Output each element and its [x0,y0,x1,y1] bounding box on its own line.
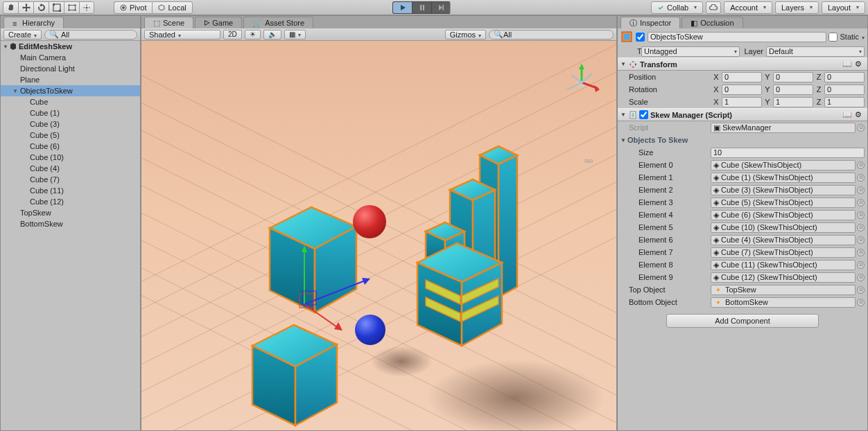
object-picker-button[interactable]: ⊙ [857,186,865,194]
transform-header[interactable]: ▼ Transform 📖⚙ [618,58,867,71]
scene-tab[interactable]: ⬚Scene [144,17,193,28]
position-x-field[interactable]: 0 [722,72,762,82]
pivot-toggle-button[interactable]: Pivot [114,1,152,14]
object-picker-button[interactable]: ⊙ [857,249,865,256]
fold-icon[interactable]: ▼ [620,112,629,118]
hierarchy-item[interactable]: Cube (1) [1,107,140,118]
size-field[interactable]: 10 [711,148,865,158]
hierarchy-item[interactable]: Cube (12) [1,196,140,207]
game-tab[interactable]: ᐅGame [195,17,242,28]
2d-toggle-button[interactable]: 2D [223,30,242,39]
step-button[interactable] [431,1,451,14]
local-toggle-button[interactable]: Local [152,1,192,14]
hierarchy-item[interactable]: Cube (11) [1,185,140,196]
hand-tool-button[interactable] [3,1,18,14]
orientation-gizmo[interactable] [561,62,602,103]
play-button[interactable] [392,1,412,14]
hierarchy-item[interactable]: BottomSkew [1,218,140,229]
audio-toggle-button[interactable]: 🔈 [263,30,281,39]
layout-dropdown[interactable]: Layout [822,1,865,14]
top-object-field[interactable]: 🔸TopSkew [711,285,856,295]
hierarchy-item[interactable]: Cube (10) [1,152,140,163]
scene-root-item[interactable]: ▼EditMeshSkew [1,41,140,52]
gear-icon[interactable]: ⚙ [855,110,862,119]
object-picker-button[interactable]: ⊙ [857,299,865,306]
gear-icon[interactable]: ⚙ [855,60,862,69]
element-field[interactable]: ◈Cube (4) (SkewThisObject) [711,235,856,245]
component-enabled-checkbox[interactable] [639,110,648,119]
layer-dropdown[interactable]: Default [766,46,865,57]
scene-search-input[interactable]: 🔍All [489,30,614,39]
effects-dropdown[interactable]: ▦ [284,30,306,39]
occlusion-tab[interactable]: ◧Occlusion [682,17,743,28]
hierarchy-item[interactable]: ▼ObjectsToSkew [1,85,140,96]
object-picker-button[interactable]: ⊙ [857,224,865,231]
object-picker-button[interactable]: ⊙ [857,286,865,294]
element-field[interactable]: ◈Cube (10) (SkewThisObject) [711,222,856,233]
hierarchy-item[interactable]: Plane [1,74,140,85]
hierarchy-item[interactable]: Cube (6) [1,141,140,152]
bottom-object-field[interactable]: 🔸BottomSkew [711,297,856,308]
element-field[interactable]: ◈Cube (12) (SkewThisObject) [711,272,856,283]
hierarchy-search-input[interactable]: 🔍All [44,30,137,39]
hierarchy-item[interactable]: Main Camera [1,52,140,63]
object-picker-button[interactable]: ⊙ [857,274,865,281]
add-component-button[interactable]: Add Component [666,314,819,328]
gizmos-dropdown[interactable]: Gizmos [445,30,486,39]
fold-icon[interactable]: ▼ [2,44,9,50]
object-picker-button[interactable]: ⊙ [857,211,865,219]
fold-icon[interactable]: ▼ [12,88,19,94]
hierarchy-item[interactable]: Cube [1,96,140,107]
rotation-z-field[interactable]: 0 [824,85,865,95]
scale-z-field[interactable]: 1 [824,97,865,107]
transform-tool-button[interactable] [79,1,94,14]
fold-icon[interactable]: ▼ [620,137,627,143]
object-picker-button[interactable]: ⊙ [857,236,865,244]
object-picker-button[interactable]: ⊙ [857,174,865,182]
tag-dropdown[interactable]: Untagged [641,46,740,57]
object-picker-button[interactable]: ⊙ [857,124,865,132]
scene-viewport[interactable]: Iso [141,41,616,430]
element-field[interactable]: ◈Cube (7) (SkewThisObject) [711,247,856,258]
rotation-x-field[interactable]: 0 [722,85,762,95]
create-dropdown[interactable]: Create [3,30,42,39]
element-field[interactable]: ◈Cube (1) (SkewThisObject) [711,173,856,183]
collab-dropdown[interactable]: Collab [651,1,703,14]
cloud-button[interactable] [706,1,721,14]
static-checkbox[interactable] [828,33,837,42]
help-icon[interactable]: 📖 [842,110,852,119]
object-picker-button[interactable]: ⊙ [857,161,865,169]
skew-manager-header[interactable]: ▼ Skew Manager (Script) 📖⚙ [618,108,867,121]
hierarchy-item[interactable]: TopSkew [1,207,140,218]
inspector-tab[interactable]: ⓘInspector [620,17,680,28]
hierarchy-item[interactable]: Cube (4) [1,163,140,174]
element-field[interactable]: ◈Cube (6) (SkewThisObject) [711,210,856,220]
element-field[interactable]: ◈Cube (11) (SkewThisObject) [711,260,856,270]
scale-tool-button[interactable] [49,1,64,14]
shading-mode-dropdown[interactable]: Shaded [144,30,220,39]
position-y-field[interactable]: 0 [773,72,813,82]
element-field[interactable]: ◈Cube (3) (SkewThisObject) [711,185,856,195]
static-dropdown[interactable] [859,33,865,41]
account-dropdown[interactable]: Account [724,1,772,14]
rotate-tool-button[interactable] [33,1,49,14]
scale-x-field[interactable]: 1 [722,97,762,107]
rotation-y-field[interactable]: 0 [773,85,813,95]
asset-store-tab[interactable]: 🛒Asset Store [243,17,313,28]
fold-icon[interactable]: ▼ [620,61,629,67]
lighting-toggle-button[interactable]: ☀ [245,30,261,39]
move-tool-button[interactable] [18,1,33,14]
object-name-field[interactable]: ObjectsToSkew [648,32,826,42]
element-field[interactable]: ◈Cube (SkewThisObject) [711,160,856,170]
hierarchy-item[interactable]: Cube (7) [1,174,140,185]
scale-y-field[interactable]: 1 [773,97,813,107]
pause-button[interactable] [412,1,431,14]
object-picker-button[interactable]: ⊙ [857,261,865,269]
rect-tool-button[interactable] [64,1,79,14]
projection-label[interactable]: Iso [584,157,593,164]
active-checkbox[interactable] [636,33,645,42]
hierarchy-item[interactable]: Cube (5) [1,130,140,141]
layers-dropdown[interactable]: Layers [775,1,819,14]
help-icon[interactable]: 📖 [842,60,852,69]
element-field[interactable]: ◈Cube (5) (SkewThisObject) [711,197,856,208]
